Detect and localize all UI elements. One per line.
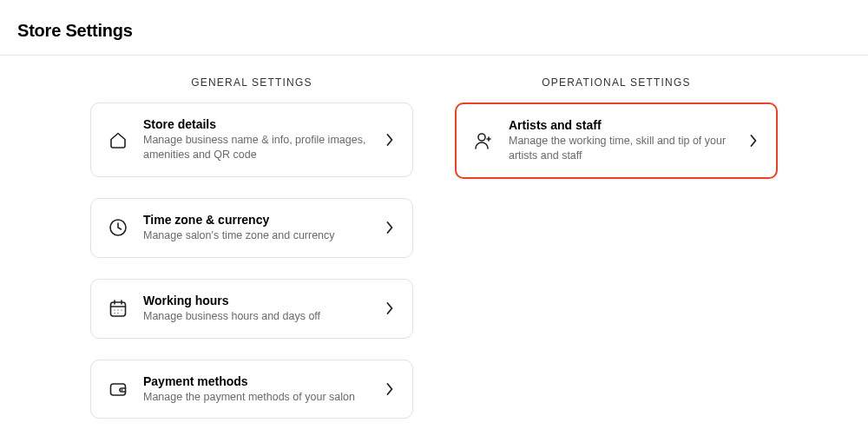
general-settings-column: GENERAL SETTINGS Store details Manage bu… xyxy=(90,76,413,436)
svg-point-5 xyxy=(114,313,115,314)
settings-columns: GENERAL SETTINGS Store details Manage bu… xyxy=(0,56,868,436)
home-icon xyxy=(107,129,129,151)
operational-settings-heading: OPERATIONAL SETTINGS xyxy=(455,76,778,89)
card-title: Working hours xyxy=(143,294,369,307)
svg-point-9 xyxy=(478,134,485,141)
wallet-icon xyxy=(107,378,129,400)
svg-point-3 xyxy=(117,309,118,310)
svg-point-8 xyxy=(122,389,123,391)
chevron-right-icon xyxy=(383,221,397,235)
card-working-hours[interactable]: Working hours Manage business hours and … xyxy=(90,279,413,339)
card-store-details[interactable]: Store details Manage business name & inf… xyxy=(90,102,413,177)
chevron-right-icon xyxy=(383,133,397,147)
svg-point-6 xyxy=(117,313,118,314)
general-settings-heading: GENERAL SETTINGS xyxy=(90,76,413,89)
card-title: Artists and staff xyxy=(509,118,733,132)
card-desc: Manage the working time, skill and tip o… xyxy=(509,134,733,163)
calendar-icon xyxy=(107,297,129,320)
card-desc: Manage salon's time zone and currency xyxy=(143,228,369,243)
card-payment-methods[interactable]: Payment methods Manage the payment metho… xyxy=(90,360,413,419)
card-title: Payment methods xyxy=(143,374,369,388)
card-artists-and-staff[interactable]: Artists and staff Manage the working tim… xyxy=(455,102,778,179)
card-desc: Manage business hours and days off xyxy=(143,309,369,324)
card-desc: Manage the payment methods of your salon xyxy=(143,390,369,405)
card-title: Store details xyxy=(143,117,369,131)
card-desc: Manage business name & info, profile ima… xyxy=(143,133,369,162)
chevron-right-icon xyxy=(383,382,397,396)
chevron-right-icon xyxy=(383,301,397,315)
chevron-right-icon xyxy=(746,134,760,148)
page-title: Store Settings xyxy=(17,21,851,41)
clock-icon xyxy=(107,216,129,239)
card-title: Time zone & currency xyxy=(143,213,369,227)
svg-point-2 xyxy=(114,309,115,310)
operational-settings-column: OPERATIONAL SETTINGS Artists and staff M… xyxy=(455,76,778,200)
user-plus-icon xyxy=(472,129,495,152)
svg-rect-7 xyxy=(111,384,126,395)
card-time-zone-currency[interactable]: Time zone & currency Manage salon's time… xyxy=(90,198,413,258)
svg-rect-1 xyxy=(111,302,126,316)
svg-point-4 xyxy=(121,309,122,310)
